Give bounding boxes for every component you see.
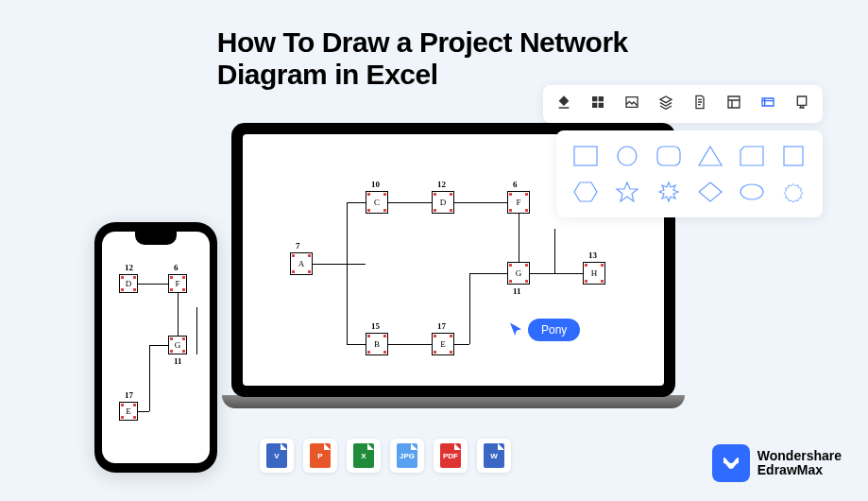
svg-rect-3 (784, 147, 803, 165)
image-icon[interactable] (624, 95, 639, 113)
document-icon[interactable] (692, 95, 707, 113)
svg-point-4 (740, 184, 763, 199)
diagram-node-D[interactable]: D (119, 274, 138, 293)
diagram-node-A[interactable]: A (290, 252, 313, 275)
shape-hexagon[interactable] (572, 181, 599, 203)
shape-star[interactable] (614, 181, 640, 203)
node-label: 12 (437, 180, 446, 189)
file-word-icon[interactable]: W (477, 439, 511, 473)
page-title: How To Draw a Project Network Diagram in… (217, 26, 652, 91)
brand-line1: Wondershare (757, 449, 842, 463)
brand-line2: EdrawMax (757, 463, 842, 477)
phone-mockup: D12F6G11E17 (94, 222, 217, 473)
brand: Wondershare EdrawMax (712, 444, 842, 482)
shape-diamond[interactable] (697, 181, 723, 203)
node-label: 6 (174, 263, 179, 272)
toolbar (543, 85, 823, 123)
cursor-label: Pony (528, 319, 580, 341)
node-label: 11 (513, 286, 521, 296)
diagram-node-G[interactable]: G (168, 336, 187, 354)
shape-rectangle[interactable] (572, 145, 599, 167)
collab-cursor: Pony (507, 319, 580, 341)
svg-rect-2 (657, 147, 680, 165)
phone-canvas[interactable]: D12F6G11E17 (102, 232, 210, 463)
file-visio-icon[interactable]: V (260, 439, 294, 473)
diagram-node-F[interactable]: F (168, 274, 187, 293)
layout-icon[interactable] (726, 95, 741, 113)
node-label: 6 (513, 180, 518, 189)
file-powerpoint-icon[interactable]: P (303, 439, 337, 473)
shape-burst[interactable] (655, 181, 682, 203)
shapes-icon[interactable] (760, 95, 775, 113)
node-label: 17 (437, 321, 446, 331)
shape-seal[interactable] (780, 181, 807, 203)
shape-card[interactable] (739, 145, 765, 167)
diagram-node-E[interactable]: E (432, 333, 454, 355)
diagram-node-G[interactable]: G (507, 262, 530, 285)
fill-icon[interactable] (556, 95, 571, 113)
node-label: 13 (588, 250, 597, 260)
shape-rounded-rect[interactable] (655, 145, 682, 167)
cursor-icon (507, 321, 524, 338)
layers-icon[interactable] (658, 95, 673, 113)
export-formats: VPXJPGPDFW (260, 439, 511, 473)
file-jpg-icon[interactable]: JPG (390, 439, 424, 473)
frame-icon[interactable] (794, 95, 809, 113)
shape-ellipse[interactable] (739, 181, 765, 203)
diagram-node-H[interactable]: H (583, 262, 605, 285)
brand-text: Wondershare EdrawMax (757, 449, 842, 478)
diagram-node-D[interactable]: D (432, 191, 454, 214)
node-label: 11 (174, 356, 182, 366)
shape-circle[interactable] (614, 145, 640, 167)
node-label: 10 (371, 180, 380, 189)
diagram-node-F[interactable]: F (507, 191, 530, 214)
svg-rect-0 (574, 147, 597, 165)
shape-square[interactable] (780, 145, 807, 167)
brand-logo-icon (712, 444, 750, 482)
grid-icon[interactable] (590, 95, 605, 113)
svg-point-1 (618, 147, 637, 165)
diagram-node-B[interactable]: B (366, 333, 388, 355)
phone-notch (135, 232, 177, 245)
file-excel-icon[interactable]: X (347, 439, 381, 473)
laptop-base (222, 395, 685, 408)
node-label: 15 (371, 321, 380, 331)
diagram-node-C[interactable]: C (366, 191, 388, 214)
shape-triangle[interactable] (697, 145, 723, 167)
shape-panel (556, 130, 823, 217)
node-label: 7 (296, 241, 300, 250)
file-pdf-icon[interactable]: PDF (434, 439, 468, 473)
node-label: 12 (125, 263, 133, 272)
node-label: 17 (125, 390, 133, 400)
diagram-node-E[interactable]: E (119, 402, 138, 421)
